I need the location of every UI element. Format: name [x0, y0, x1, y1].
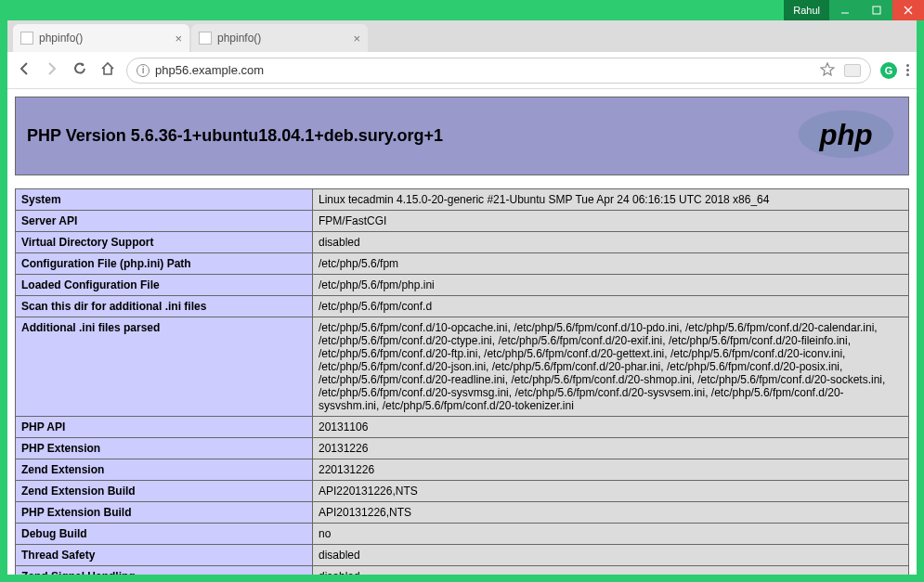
config-key: Zend Extension Build: [16, 481, 313, 502]
config-value: 20131106: [313, 417, 909, 438]
grammarly-icon[interactable]: G: [880, 62, 897, 79]
tab-title: phpinfo(): [217, 32, 261, 45]
php-logo: php: [795, 109, 897, 163]
table-row: Debug Buildno: [16, 524, 909, 545]
config-value: /etc/php/5.6/fpm/conf.d/10-opcache.ini, …: [313, 317, 909, 417]
file-icon: [199, 32, 212, 45]
window-titlebar: Rahul: [0, 0, 924, 20]
close-icon[interactable]: ×: [353, 32, 360, 45]
php-version-title: PHP Version 5.6.36-1+ubuntu18.04.1+deb.s…: [27, 126, 443, 146]
config-key: Scan this dir for additional .ini files: [16, 296, 313, 317]
bookmark-icon[interactable]: [820, 61, 835, 79]
config-value: disabled: [313, 566, 909, 576]
table-row: PHP API20131106: [16, 417, 909, 438]
table-row: Zend Extension BuildAPI220131226,NTS: [16, 481, 909, 502]
phpinfo-table: SystemLinux tecadmin 4.15.0-20-generic #…: [15, 188, 909, 575]
config-value: /etc/php/5.6/fpm/conf.d: [313, 296, 909, 317]
config-value: 20131226: [313, 438, 909, 459]
browser-window: phpinfo() × phpinfo() × i php56.example.…: [7, 20, 917, 575]
window-minimize-button[interactable]: [829, 0, 861, 20]
config-key: Configuration File (php.ini) Path: [16, 253, 313, 275]
address-bar[interactable]: i php56.example.com: [126, 58, 871, 84]
table-row: Thread Safetydisabled: [16, 545, 909, 566]
forward-button[interactable]: [43, 61, 61, 80]
config-key: Debug Build: [16, 524, 313, 545]
site-info-icon[interactable]: i: [137, 64, 150, 77]
tab-title: phpinfo(): [39, 32, 83, 45]
tab-strip: phpinfo() × phpinfo() ×: [7, 20, 917, 52]
window-maximize-button[interactable]: [861, 0, 892, 20]
config-key: Loaded Configuration File: [16, 275, 313, 296]
screenshot-icon[interactable]: [844, 64, 861, 77]
browser-menu-button[interactable]: [906, 64, 909, 76]
config-value: disabled: [313, 545, 909, 566]
config-value: no: [313, 524, 909, 545]
svg-text:php: php: [818, 119, 872, 151]
table-row: Scan this dir for additional .ini files/…: [16, 296, 909, 317]
config-value: /etc/php/5.6/fpm: [313, 253, 909, 275]
browser-toolbar: i php56.example.com G: [7, 52, 917, 89]
table-row: Server APIFPM/FastCGI: [16, 211, 909, 232]
config-key: Server API: [16, 211, 313, 232]
home-button[interactable]: [98, 61, 117, 80]
table-row: Virtual Directory Supportdisabled: [16, 232, 909, 253]
close-icon[interactable]: ×: [175, 32, 182, 45]
url-text: php56.example.com: [155, 63, 264, 77]
table-row: SystemLinux tecadmin 4.15.0-20-generic #…: [16, 189, 909, 211]
config-key: Additional .ini files parsed: [16, 317, 313, 417]
config-value: API220131226,NTS: [313, 481, 909, 502]
table-row: PHP Extension20131226: [16, 438, 909, 459]
table-row: Zend Extension220131226: [16, 459, 909, 481]
table-row: Additional .ini files parsed/etc/php/5.6…: [16, 317, 909, 417]
config-value: 220131226: [313, 459, 909, 481]
svg-rect-1: [873, 6, 880, 14]
config-key: PHP Extension: [16, 438, 313, 459]
config-value: disabled: [313, 232, 909, 253]
user-badge[interactable]: Rahul: [784, 0, 829, 20]
config-key: Thread Safety: [16, 545, 313, 566]
config-value: API20131226,NTS: [313, 502, 909, 524]
window-close-button[interactable]: [892, 0, 924, 20]
browser-tab-0[interactable]: phpinfo() ×: [13, 24, 189, 52]
config-value: Linux tecadmin 4.15.0-20-generic #21-Ubu…: [313, 189, 909, 211]
table-row: PHP Extension BuildAPI20131226,NTS: [16, 502, 909, 524]
reload-button[interactable]: [71, 61, 89, 80]
phpinfo-header: PHP Version 5.6.36-1+ubuntu18.04.1+deb.s…: [15, 97, 909, 175]
table-row: Configuration File (php.ini) Path/etc/ph…: [16, 253, 909, 275]
table-row: Loaded Configuration File/etc/php/5.6/fp…: [16, 275, 909, 296]
config-key: Virtual Directory Support: [16, 232, 313, 253]
config-key: PHP Extension Build: [16, 502, 313, 524]
config-value: FPM/FastCGI: [313, 211, 909, 232]
config-value: /etc/php/5.6/fpm/php.ini: [313, 275, 909, 296]
file-icon: [20, 32, 33, 45]
page-content[interactable]: PHP Version 5.6.36-1+ubuntu18.04.1+deb.s…: [7, 89, 917, 575]
back-button[interactable]: [15, 61, 33, 80]
config-key: Zend Signal Handling: [16, 566, 313, 576]
browser-tab-1[interactable]: phpinfo() ×: [191, 24, 368, 52]
config-key: Zend Extension: [16, 459, 313, 481]
config-key: System: [16, 189, 313, 211]
config-key: PHP API: [16, 417, 313, 438]
table-row: Zend Signal Handlingdisabled: [16, 566, 909, 576]
